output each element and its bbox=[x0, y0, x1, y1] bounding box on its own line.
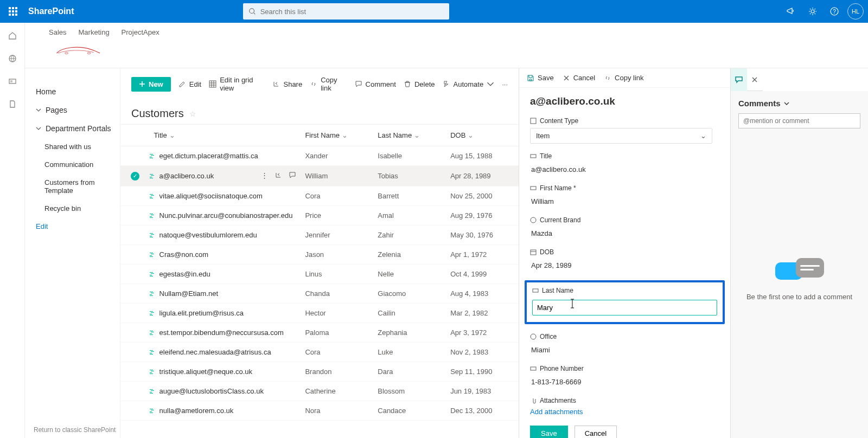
row-last: Cailin bbox=[373, 304, 446, 323]
table-row[interactable]: augue@luctuslobortisClass.co.ukCatherine… bbox=[120, 382, 519, 401]
row-dob: Apr 28, 1989 bbox=[446, 166, 519, 186]
cmd-grid[interactable]: Edit in grid view bbox=[209, 76, 265, 92]
search-input[interactable] bbox=[260, 8, 444, 16]
gear-icon[interactable] bbox=[804, 3, 821, 20]
svg-rect-18 bbox=[533, 289, 538, 292]
save-button[interactable]: Save bbox=[530, 426, 568, 438]
svg-point-2 bbox=[811, 10, 814, 13]
rail-globe-icon[interactable] bbox=[7, 53, 18, 64]
nav-recycle[interactable]: Recycle bin bbox=[34, 199, 116, 217]
nav-dept-portals[interactable]: Department Portals bbox=[34, 119, 116, 138]
add-attachments-link[interactable]: Add attachments bbox=[530, 408, 719, 416]
cmd-share[interactable]: Share bbox=[272, 80, 302, 88]
field-phone[interactable]: Phone Number 1-813-718-6669 bbox=[530, 365, 719, 388]
field-brand[interactable]: Current Brand Mazda bbox=[530, 216, 719, 240]
rail-news-icon[interactable] bbox=[7, 76, 18, 87]
panel-save[interactable]: Save bbox=[527, 74, 554, 82]
row-title: est.tempor.bibendum@neccursusa.com bbox=[159, 328, 297, 337]
cmd-more[interactable]: ··· bbox=[502, 80, 508, 88]
col-last[interactable]: Last Name⌄ bbox=[373, 125, 446, 146]
col-title[interactable]: Title⌄ bbox=[150, 125, 301, 146]
nav-communication[interactable]: Communication bbox=[34, 156, 116, 173]
cmd-delete[interactable]: Delete bbox=[404, 80, 435, 88]
site-header: Sales Marketing ProjectApex bbox=[25, 23, 868, 68]
field-office[interactable]: Office Miami bbox=[530, 333, 719, 356]
help-icon[interactable]: ? bbox=[826, 3, 843, 20]
row-dob: Nov 2, 1983 bbox=[446, 343, 519, 362]
row-last: Luke bbox=[373, 343, 446, 362]
search-box[interactable] bbox=[243, 3, 449, 20]
return-classic-link[interactable]: Return to classic SharePoint bbox=[34, 426, 116, 434]
site-tab-marketing[interactable]: Marketing bbox=[79, 28, 110, 36]
cmd-automate[interactable]: Automate bbox=[443, 80, 495, 88]
comment-icon bbox=[355, 80, 362, 88]
rail-files-icon[interactable] bbox=[7, 99, 18, 110]
col-dob[interactable]: DOB⌄ bbox=[446, 125, 519, 146]
row-dob: Oct 4, 1999 bbox=[446, 265, 519, 284]
list-title-bar: Customers ☆ bbox=[120, 98, 519, 124]
office-value: Miami bbox=[530, 344, 719, 356]
user-avatar[interactable]: HL bbox=[847, 3, 864, 20]
field-dob[interactable]: DOB Apr 28, 1989 bbox=[530, 248, 719, 272]
cmd-edit[interactable]: Edit bbox=[178, 80, 201, 88]
row-comment-icon[interactable] bbox=[289, 171, 296, 181]
table-row[interactable]: vitae.aliquet@sociisnatoque.comCoraBarre… bbox=[120, 186, 519, 206]
table-row[interactable]: Cras@non.comJasonZeleniaApr 1, 1972 bbox=[120, 245, 519, 265]
panel-cancel[interactable]: Cancel bbox=[563, 74, 595, 82]
rail-home-icon[interactable] bbox=[7, 30, 18, 41]
field-firstname[interactable]: First Name * William bbox=[530, 184, 719, 208]
cmd-comment[interactable]: Comment bbox=[355, 80, 396, 88]
item-indicator-icon bbox=[150, 388, 155, 395]
field-title[interactable]: Title a@aclibero.co.uk bbox=[530, 152, 719, 176]
panel-comment-toggle[interactable] bbox=[731, 68, 747, 91]
chevron-down-icon bbox=[36, 107, 41, 113]
panel-buttons: Save Cancel bbox=[530, 426, 719, 438]
lastname-input[interactable] bbox=[532, 300, 717, 315]
svg-point-15 bbox=[531, 217, 536, 223]
row-share-icon[interactable] bbox=[275, 171, 282, 181]
calendar-icon bbox=[530, 249, 537, 255]
share-icon bbox=[272, 80, 280, 88]
nav-pages[interactable]: Pages bbox=[34, 101, 116, 119]
table-row[interactable]: natoque@vestibulumlorem.eduJenniferZahir… bbox=[120, 226, 519, 245]
table-row[interactable]: ligula.elit.pretium@risus.caHectorCailin… bbox=[120, 304, 519, 323]
row-last: Barrett bbox=[373, 186, 446, 206]
site-tab-projectapex[interactable]: ProjectApex bbox=[122, 28, 159, 36]
table-row[interactable]: ✓a@aclibero.co.uk⋮WilliamTobiasApr 28, 1… bbox=[120, 166, 519, 186]
row-first: Xander bbox=[301, 146, 373, 166]
row-first: Jason bbox=[301, 245, 373, 265]
favorite-star-icon[interactable]: ☆ bbox=[189, 110, 196, 118]
item-indicator-icon bbox=[150, 349, 155, 356]
phone-value: 1-813-718-6669 bbox=[530, 376, 719, 388]
contenttype-select[interactable]: Item ⌄ bbox=[530, 128, 712, 144]
close-icon bbox=[563, 74, 570, 82]
table-row[interactable]: Nullam@Etiam.netChandaGiacomoAug 4, 1983 bbox=[120, 284, 519, 304]
table-row[interactable]: eget.dictum.placerat@mattis.caXanderIsab… bbox=[120, 146, 519, 166]
table-row[interactable]: eleifend.nec.malesuada@atrisus.caCoraLuk… bbox=[120, 343, 519, 362]
cancel-button[interactable]: Cancel bbox=[575, 426, 617, 438]
row-more-icon[interactable]: ⋮ bbox=[261, 171, 268, 181]
row-last: Nelle bbox=[373, 265, 446, 284]
megaphone-icon[interactable] bbox=[782, 3, 800, 20]
nav-customers-template[interactable]: Customers from Template bbox=[34, 173, 116, 199]
nav-home[interactable]: Home bbox=[34, 82, 116, 101]
panel-copylink[interactable]: Copy link bbox=[604, 74, 643, 82]
nav-shared[interactable]: Shared with us bbox=[34, 138, 116, 156]
row-dob: May 30, 1976 bbox=[446, 226, 519, 245]
site-tab-sales[interactable]: Sales bbox=[49, 28, 67, 36]
table-row[interactable]: egestas@in.eduLinusNelleOct 4, 1999 bbox=[120, 265, 519, 284]
new-button[interactable]: New bbox=[131, 77, 171, 92]
table-row[interactable]: tristique.aliquet@neque.co.ukBrandonDara… bbox=[120, 362, 519, 382]
col-first[interactable]: First Name⌄ bbox=[301, 125, 373, 146]
cmd-copylink[interactable]: Copy link bbox=[310, 76, 347, 92]
nav-edit-link[interactable]: Edit bbox=[34, 217, 116, 235]
table-row[interactable]: nulla@ametlorem.co.ukNoraCandaceDec 13, … bbox=[120, 401, 519, 421]
app-launcher[interactable] bbox=[4, 3, 22, 20]
firstname-value: William bbox=[530, 195, 719, 208]
suite-navbar: SharePoint ? HL bbox=[0, 0, 868, 23]
item-indicator-icon bbox=[150, 408, 155, 414]
table-row[interactable]: Nunc.pulvinar.arcu@conubianostraper.eduP… bbox=[120, 206, 519, 226]
comment-input[interactable] bbox=[738, 113, 860, 128]
panel-close[interactable] bbox=[747, 68, 763, 91]
table-row[interactable]: est.tempor.bibendum@neccursusa.comPaloma… bbox=[120, 323, 519, 343]
